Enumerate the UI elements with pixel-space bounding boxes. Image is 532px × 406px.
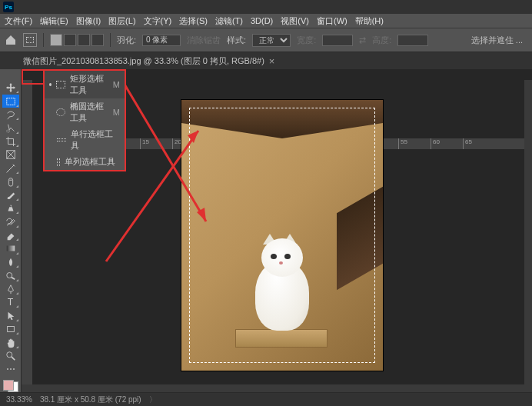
scrollbar-horizontal[interactable] bbox=[22, 384, 524, 392]
selection-new-button[interactable] bbox=[50, 34, 62, 46]
status-bar: 33.33% 38.1 厘米 x 50.8 厘米 (72 ppi) 〉 bbox=[0, 392, 532, 406]
foreground-color-swatch[interactable] bbox=[3, 380, 14, 391]
menu-file[interactable]: 文件(F) bbox=[5, 15, 32, 27]
flyout-col-marquee[interactable]: 单列选框工具 bbox=[45, 154, 125, 170]
feather-input[interactable] bbox=[142, 35, 181, 46]
menu-image[interactable]: 图像(I) bbox=[76, 15, 101, 27]
ruler-tick: 55 bbox=[398, 138, 431, 149]
crop-tool[interactable] bbox=[2, 135, 19, 148]
brush-tool[interactable] bbox=[2, 189, 19, 201]
clone-stamp-tool[interactable] bbox=[2, 202, 19, 215]
svg-rect-5 bbox=[8, 178, 12, 187]
healing-tool[interactable] bbox=[2, 175, 19, 188]
selection-add-button[interactable] bbox=[64, 34, 76, 46]
color-swatches[interactable] bbox=[3, 380, 18, 392]
svg-rect-7 bbox=[6, 246, 15, 251]
svg-point-1 bbox=[6, 129, 9, 132]
document-image[interactable] bbox=[181, 100, 383, 371]
height-input bbox=[397, 35, 428, 46]
selection-intersect-button[interactable] bbox=[91, 34, 104, 46]
home-icon[interactable] bbox=[5, 34, 17, 46]
menu-window[interactable]: 窗口(W) bbox=[317, 15, 347, 27]
history-brush-tool[interactable] bbox=[2, 215, 19, 228]
marquee-tool[interactable] bbox=[2, 95, 19, 107]
scrollbar-vertical[interactable] bbox=[524, 80, 532, 392]
flyout-rect-marquee[interactable]: 矩形选框工具 M bbox=[45, 71, 125, 98]
image-content bbox=[235, 329, 328, 348]
feather-label: 羽化: bbox=[117, 35, 136, 46]
menubar: 文件(F) 编辑(E) 图像(I) 图层(L) 文字(Y) 选择(S) 滤镜(T… bbox=[0, 14, 532, 28]
marquee-tool-flyout: 矩形选框工具 M 椭圆选框工具 M 单行选框工具 单列选框工具 bbox=[43, 69, 126, 171]
close-icon[interactable]: × bbox=[269, 55, 275, 67]
image-content bbox=[337, 187, 383, 291]
current-tool-preview[interactable] bbox=[23, 33, 37, 47]
rectangle-tool[interactable] bbox=[2, 323, 19, 335]
menu-help[interactable]: 帮助(H) bbox=[355, 15, 384, 27]
flyout-ellipse-marquee[interactable]: 椭圆选框工具 M bbox=[45, 98, 125, 126]
image-content bbox=[248, 238, 317, 331]
flyout-label: 矩形选框工具 bbox=[70, 73, 108, 96]
menu-layer[interactable]: 图层(L) bbox=[108, 15, 135, 27]
canvas-area[interactable]: 0 5 10 15 20 25 30 35 40 45 50 55 60 65 bbox=[22, 69, 532, 392]
divider bbox=[43, 33, 44, 47]
menu-filter[interactable]: 滤镜(T) bbox=[215, 15, 243, 27]
col-marquee-icon bbox=[57, 158, 60, 166]
selection-subtract-button[interactable] bbox=[78, 34, 90, 46]
menu-view[interactable]: 视图(V) bbox=[281, 15, 309, 27]
svg-rect-11 bbox=[7, 327, 14, 332]
menu-edit[interactable]: 编辑(E) bbox=[40, 15, 68, 27]
select-and-mask-button[interactable]: 选择并遮住 ... bbox=[467, 33, 527, 48]
menu-type[interactable]: 文字(Y) bbox=[144, 15, 172, 27]
selected-dot-icon bbox=[49, 83, 52, 86]
move-tool[interactable] bbox=[2, 82, 19, 94]
eyedropper-tool[interactable] bbox=[2, 162, 19, 175]
menu-3d[interactable]: 3D(D) bbox=[251, 16, 273, 25]
ruler-vertical bbox=[22, 80, 32, 392]
style-select[interactable]: 正常 bbox=[252, 34, 291, 47]
options-bar: 羽化: 消除锯齿 样式: 正常 宽度: ⇄ 高度: 选择并遮住 ... bbox=[0, 28, 532, 52]
ruler-tick: 15 bbox=[140, 138, 172, 149]
antialias-label: 消除锯齿 bbox=[187, 35, 221, 46]
flyout-shortcut: M bbox=[113, 108, 120, 117]
style-label: 样式: bbox=[227, 35, 246, 46]
zoom-tool[interactable] bbox=[2, 350, 19, 362]
width-label: 宽度: bbox=[297, 35, 316, 46]
hand-tool[interactable] bbox=[2, 336, 19, 348]
edit-toolbar[interactable]: ⋯ bbox=[2, 363, 19, 375]
dodge-tool[interactable] bbox=[2, 269, 19, 281]
frame-tool[interactable] bbox=[2, 148, 19, 161]
swap-icon: ⇄ bbox=[359, 35, 366, 45]
menu-select[interactable]: 选择(S) bbox=[179, 15, 208, 27]
svg-line-9 bbox=[11, 278, 14, 280]
svg-point-8 bbox=[6, 273, 12, 278]
ellipse-marquee-icon bbox=[56, 108, 65, 116]
document-tab-title: 微信图片_20210308133853.jpg @ 33.3% (图层 0 拷贝… bbox=[23, 55, 264, 67]
status-chevron-icon[interactable]: 〉 bbox=[149, 394, 157, 405]
type-tool[interactable]: T bbox=[2, 296, 19, 308]
row-marquee-icon bbox=[57, 138, 66, 141]
path-select-tool[interactable] bbox=[2, 309, 19, 321]
flyout-label: 椭圆选框工具 bbox=[70, 101, 108, 124]
lasso-tool[interactable] bbox=[2, 108, 19, 121]
gradient-tool[interactable] bbox=[2, 242, 19, 255]
flyout-row-marquee[interactable]: 单行选框工具 bbox=[45, 126, 125, 154]
pen-tool[interactable] bbox=[2, 283, 19, 295]
app-logo: Ps bbox=[3, 2, 14, 12]
width-input bbox=[322, 35, 353, 46]
quick-select-tool[interactable] bbox=[2, 121, 19, 134]
selection-mode-group bbox=[50, 34, 104, 46]
height-label: 高度: bbox=[372, 35, 391, 46]
toolbox: T ⋯ bbox=[0, 69, 22, 392]
flyout-label: 单行选框工具 bbox=[71, 128, 120, 151]
status-doc-info[interactable]: 38.1 厘米 x 50.8 厘米 (72 ppi) bbox=[40, 394, 141, 405]
eraser-tool[interactable] bbox=[2, 229, 19, 241]
blur-tool[interactable] bbox=[2, 256, 19, 268]
flyout-label: 单列选框工具 bbox=[65, 156, 115, 168]
image-content bbox=[181, 100, 383, 138]
document-tab[interactable]: 微信图片_20210308133853.jpg @ 33.3% (图层 0 拷贝… bbox=[23, 55, 274, 67]
ruler-tick: 60 bbox=[431, 138, 463, 149]
ruler-tick: 65 bbox=[463, 138, 495, 149]
main-area: T ⋯ 0 5 10 15 20 25 30 35 40 45 50 55 60… bbox=[0, 69, 532, 392]
status-zoom[interactable]: 33.33% bbox=[6, 395, 32, 404]
flyout-shortcut: M bbox=[113, 80, 120, 89]
